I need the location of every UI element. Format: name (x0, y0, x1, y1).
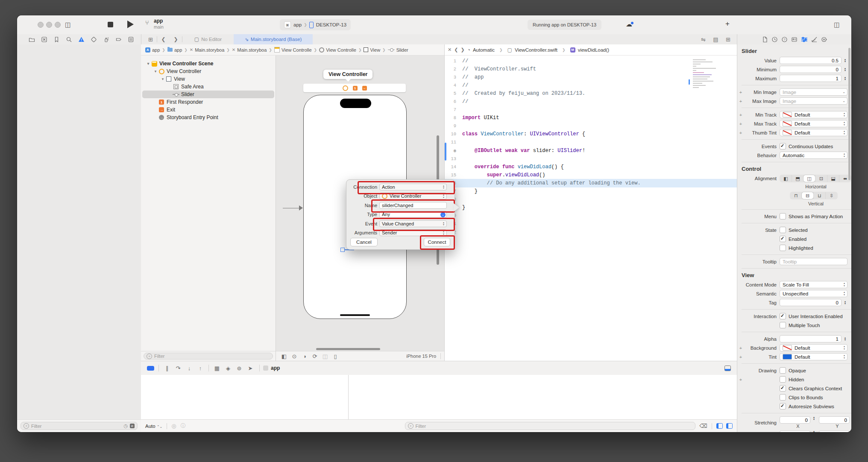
highlighted-checkbox[interactable] (780, 245, 786, 251)
chevron-down-icon[interactable]: ▾ (146, 61, 151, 66)
outline-row-first-responder[interactable]: 1 First Responder (142, 98, 274, 106)
cloud-status-icon[interactable]: ☁ (626, 20, 632, 28)
enabled-checkbox[interactable] (780, 236, 786, 242)
hide-debug-area-icon[interactable] (724, 366, 731, 371)
behavior-popup[interactable]: Automatic▲▼ (780, 152, 847, 159)
continuous-updates-checkbox[interactable] (780, 143, 786, 149)
slider-control[interactable] (340, 248, 345, 252)
add-attribute-icon[interactable]: + (737, 112, 744, 117)
jump-bar-item[interactable]: ✕Main.storyboa (190, 47, 224, 53)
stop-button[interactable] (108, 22, 113, 27)
jump-bar-item[interactable]: ✕Main.storyboa (232, 47, 267, 53)
add-attribute-icon[interactable]: + (737, 121, 744, 126)
jump-bar-item[interactable]: Aapp (145, 47, 160, 53)
zoom-window-button[interactable] (55, 22, 61, 28)
stepper-icon[interactable]: ▲▼ (843, 67, 847, 72)
breakpoints-toggle-icon[interactable] (147, 366, 154, 371)
combo-chevron-icon[interactable]: ⌄ (440, 212, 446, 217)
align-leading-icon[interactable]: ◧ (780, 175, 792, 182)
align-center-y-icon[interactable]: ⊟ (802, 192, 813, 199)
memory-graph-icon[interactable]: ◈ (223, 365, 234, 371)
min-track-popup[interactable]: Default▲▼ (780, 111, 847, 118)
code-line-11[interactable]: 11 (444, 138, 737, 146)
breakpoints-icon[interactable] (112, 34, 125, 44)
background-popup[interactable]: Default▲▼ (780, 344, 847, 351)
align-fill-h-icon[interactable]: ⇳ (825, 192, 837, 199)
multiple-touch-checkbox[interactable] (780, 322, 786, 328)
scene-title-bubble[interactable]: View Controller (323, 70, 372, 79)
first-responder-dock-icon[interactable]: 1 (353, 86, 358, 91)
recent-clock-icon[interactable]: ◷ (123, 423, 128, 429)
attributes-inspector-icon[interactable] (801, 36, 808, 43)
align-bottom-edge-icon[interactable]: ⊔ (813, 192, 825, 199)
alpha-field[interactable]: 1 (780, 335, 842, 342)
code-line-8[interactable]: 8 import UIKit (444, 114, 737, 122)
library-plus-button[interactable]: + (725, 20, 730, 28)
pause-icon[interactable]: ∥ (161, 365, 173, 371)
align-bottom-icon[interactable]: ⬓ (827, 175, 839, 182)
outline-row-view[interactable]: ▾ View (142, 75, 274, 83)
divider[interactable] (276, 56, 276, 361)
toggle-navigator-icon[interactable]: ◫ (65, 21, 71, 28)
debug-gauge-icon[interactable] (100, 34, 112, 44)
autoresize-checkbox[interactable] (780, 403, 786, 409)
tests-icon[interactable] (88, 34, 100, 44)
align-top-edge-icon[interactable]: ⊓ (790, 192, 802, 199)
jump-bar-scope[interactable]: Automatic (473, 47, 495, 53)
history-inspector-icon[interactable] (771, 36, 778, 43)
add-attribute-icon[interactable]: + (737, 130, 744, 135)
minimap-toggle-icon[interactable]: ▤ (710, 34, 722, 44)
chevron-down-icon[interactable]: ▾ (153, 69, 158, 73)
step-into-icon[interactable]: ↓ (184, 365, 195, 371)
add-attribute-icon[interactable]: + (737, 354, 744, 360)
stretch-width-field[interactable]: 1 (780, 430, 810, 432)
step-out-icon[interactable]: ↑ (195, 365, 206, 371)
selected-checkbox[interactable] (780, 227, 786, 233)
forward-icon[interactable]: ❯ (170, 34, 182, 44)
primary-action-checkbox[interactable] (780, 213, 786, 219)
step-over-icon[interactable]: ↷ (173, 365, 184, 371)
view-controller-dock-icon[interactable] (343, 85, 348, 91)
jump-bar-item[interactable]: View (364, 47, 380, 53)
code-line-15[interactable]: 15 super.viewDidLoad() (444, 171, 737, 179)
jump-bar-item[interactable]: app (167, 47, 182, 53)
stepper-icon[interactable]: ▲▼ (843, 301, 847, 305)
add-editor-icon[interactable]: ⊞ (722, 34, 734, 44)
outline-row-safe-area[interactable]: Safe Area (142, 83, 274, 91)
show-variables-panel-icon[interactable] (716, 423, 723, 429)
run-button[interactable] (127, 20, 134, 28)
code-line-17[interactable]: 17 } (444, 187, 737, 196)
outline-row-view-controller-scene[interactable]: ▾ View Controller Scene (142, 60, 274, 67)
file-inspector-icon[interactable] (762, 36, 768, 43)
minimap[interactable] (689, 57, 731, 112)
connections-inspector-icon[interactable] (821, 36, 827, 43)
thumb-tint-popup[interactable]: Default▲▼ (780, 129, 847, 136)
canvas-horizontal-scrollbar[interactable] (316, 348, 380, 350)
stretch-height-field[interactable]: 1 (819, 430, 850, 432)
simulate-location-icon[interactable]: ➤ (245, 365, 256, 371)
view-hierarchy-icon[interactable]: ▦ (211, 365, 223, 371)
trash-icon[interactable]: ⌫ (700, 423, 707, 429)
code-line-21[interactable]: 21 (444, 220, 737, 228)
back-icon[interactable]: ❮ (157, 34, 170, 44)
cancel-button[interactable]: Cancel (350, 238, 378, 246)
variables-scope-popup[interactable]: Auto ⌃⌄ (145, 424, 162, 429)
find-icon[interactable] (63, 34, 75, 44)
jump-bar-item[interactable]: View Controlle (319, 47, 356, 53)
scheme-selector[interactable]: ▣ app ❯ DESKTOP-13 (280, 19, 351, 30)
hidden-checkbox[interactable] (780, 376, 786, 383)
minimize-window-button[interactable] (46, 22, 52, 28)
device-icon[interactable]: ▯ (330, 353, 340, 360)
align-top-icon[interactable]: ⬒ (792, 175, 803, 182)
outline-filter-field[interactable]: ≡ Filter (144, 353, 273, 360)
close-window-button[interactable] (38, 22, 44, 28)
environment-overrides-icon[interactable]: ⊚ (234, 365, 245, 371)
chevron-down-icon[interactable]: ▾ (160, 77, 165, 81)
code-jump-bar[interactable]: ✕ ❮ ❯ ◔ Automatic ❯ ▢ ViewController.swi… (444, 44, 737, 56)
hide-outline-icon[interactable]: ◧ (279, 353, 289, 360)
flagged-filter-icon[interactable]: ⊘ (130, 424, 135, 428)
jump-bar-item[interactable]: View Controlle (274, 47, 312, 53)
clips-to-bounds-checkbox[interactable] (780, 394, 786, 401)
tint-popup[interactable]: Default▲▼ (780, 353, 847, 360)
minimum-field[interactable]: 0 (780, 66, 842, 73)
